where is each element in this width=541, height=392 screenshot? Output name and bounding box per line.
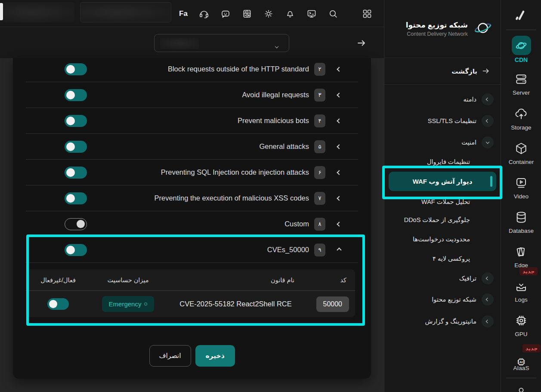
chevron-left-icon	[482, 315, 494, 327]
redacted-domain-selector[interactable]	[80, 2, 171, 22]
rule-row-cves-50000: ۹ CVEs_50000	[26, 237, 358, 263]
rule-number-badge: ۹	[314, 244, 325, 256]
rail-label-cdn[interactable]: CDN	[501, 56, 541, 63]
brightness-icon[interactable]	[263, 9, 274, 19]
sidebar-item-security[interactable]: امنیت	[384, 133, 501, 152]
cve-table-row: 50000 CVE-2025-55182 React2Shell RCE Eme…	[26, 291, 355, 317]
redacted-workspace-selector[interactable]	[3, 2, 74, 22]
package-select-dropdown[interactable]	[154, 34, 289, 52]
terminal-monitor-icon[interactable]	[306, 9, 317, 19]
new-badge: جدید	[522, 344, 541, 352]
rail-divider	[506, 30, 536, 30]
rule-toggle[interactable]	[65, 192, 87, 204]
expand-chevron-icon[interactable]	[334, 68, 344, 71]
sidebar-item-firewall-settings[interactable]: تنظیمات فایروال	[384, 153, 501, 170]
save-button[interactable]: ذخیره	[195, 345, 235, 367]
rail-divider	[506, 378, 536, 378]
sidebar-subtitle: Content Delivery Network	[406, 31, 468, 37]
sidebar-item-waf-analysis[interactable]: تحلیل حملات WAF	[384, 193, 501, 210]
cdn-globe-logo-icon	[473, 18, 493, 40]
sidebar-item-ddos[interactable]: جلوگیری از حملات DDoS	[384, 211, 501, 228]
language-toggle[interactable]: Fa	[179, 9, 188, 18]
expand-chevron-icon[interactable]	[334, 119, 344, 123]
collapse-chevron-icon[interactable]	[334, 248, 344, 252]
rail-label-gpu[interactable]: GPU	[501, 331, 541, 337]
top-bar: Fa	[0, 0, 384, 27]
storage-cloud-icon[interactable]	[501, 107, 541, 121]
rail-label-storage[interactable]: Storage	[501, 124, 541, 131]
clipped-profile-icon[interactable]	[501, 386, 541, 392]
sidebar-item-monitoring[interactable]: مانیتورینگ و گزارش	[384, 312, 501, 331]
sidebar-item-rate-limit[interactable]: محدودیت درخواست‌ها	[384, 231, 501, 248]
rail-label-video[interactable]: Video	[501, 193, 541, 200]
rule-toggle[interactable]	[65, 244, 87, 256]
rule-toggle[interactable]	[65, 89, 87, 101]
modal-backdrop: ۲ Block requests outside of the HTTP sta…	[0, 58, 384, 392]
notifications-bell-icon[interactable]	[285, 9, 295, 19]
rail-item-cdn[interactable]	[501, 36, 541, 55]
rule-toggle[interactable]	[65, 63, 87, 75]
container-cube-icon[interactable]	[501, 142, 541, 155]
apps-grid-icon[interactable]	[362, 9, 372, 19]
svg-text:AI: AI	[519, 360, 523, 364]
expand-chevron-icon[interactable]	[334, 145, 344, 148]
logs-tray-icon[interactable]	[501, 280, 541, 293]
sidebar-item-ssl-tls[interactable]: تنظیمات SSL/TLS	[384, 111, 501, 130]
support-headset-icon[interactable]	[199, 9, 209, 19]
sidebar-item-cdn-network[interactable]: شبکه توزیع محتوا	[384, 290, 501, 309]
clipped-logo-fragment	[0, 3, 3, 20]
rule-toggle[interactable]	[65, 115, 87, 127]
cancel-button[interactable]: انصراف	[149, 345, 191, 367]
rule-toggle[interactable]	[65, 141, 87, 153]
chatbot-icon[interactable]	[220, 9, 231, 19]
sidebar-back-item[interactable]: بازگشت	[384, 58, 501, 85]
rule-label: Avoid illegal requests	[87, 91, 309, 99]
column-header-sensitivity: میزان حساسیت	[90, 277, 166, 284]
rail-label-aiaas[interactable]: AIaaS	[501, 365, 541, 371]
rule-label: General attacks	[87, 142, 309, 151]
expand-chevron-icon[interactable]	[334, 93, 344, 97]
arvan-logo-icon[interactable]	[501, 7, 541, 24]
sidebar-item-layer4-proxy[interactable]: پروکسی لایه ۴	[384, 250, 501, 267]
column-header-rule-name: نام قانون	[166, 277, 306, 284]
rail-label-server[interactable]: Server	[501, 90, 541, 96]
calculator-icon[interactable]	[242, 9, 252, 19]
chevron-left-icon	[482, 93, 494, 105]
product-rail: CDN Server Storage Container Video Datab…	[501, 0, 541, 392]
edge-layers-icon[interactable]	[501, 245, 541, 259]
expand-chevron-icon[interactable]	[334, 222, 344, 226]
rule-number-badge: ۸	[314, 218, 325, 231]
cve-rule-toggle[interactable]	[47, 298, 69, 310]
rule-row-xss: ۷ Preventing the execution of malicious …	[26, 185, 358, 211]
rail-label-logs[interactable]: Logs	[501, 296, 541, 303]
cve-table-header: کد نام قانون میزان حساسیت فعال/غیرفعال	[26, 269, 355, 291]
new-badge: جدید	[519, 267, 538, 275]
rule-label: Custom	[87, 220, 309, 228]
search-icon[interactable]	[328, 9, 338, 19]
database-icon[interactable]	[501, 210, 541, 224]
rule-toggle[interactable]	[65, 218, 87, 230]
rule-number-badge: ۷	[314, 192, 325, 205]
sidebar-item-domain[interactable]: دامنه	[384, 90, 501, 109]
app-window: Fa قوانین بسته ۲ Block requests out	[0, 0, 541, 392]
expand-chevron-icon[interactable]	[334, 171, 344, 174]
rule-label: Block requests outside of the HTTP stand…	[87, 65, 309, 73]
gpu-chip-icon[interactable]	[501, 314, 541, 327]
server-icon[interactable]	[501, 72, 541, 86]
sidebar-item-traffic[interactable]: ترافیک	[384, 269, 501, 288]
rule-row-custom: ۸ Custom	[26, 211, 358, 237]
column-header-code: کد	[306, 277, 355, 284]
expand-chevron-icon[interactable]	[334, 197, 344, 200]
cve-expanded-panel: کد نام قانون میزان حساسیت فعال/غیرفعال 5…	[13, 263, 371, 326]
rule-toggle[interactable]	[65, 167, 87, 179]
modal-actions: ذخیره انصراف	[13, 345, 371, 367]
sidebar-item-waf-active[interactable]: دیوار آتش وب WAF	[389, 172, 496, 191]
video-player-icon[interactable]	[501, 176, 541, 190]
rule-number-badge: ۶	[314, 166, 325, 179]
rule-label: Prevent malicious bots	[87, 117, 309, 125]
rule-label: CVEs_50000	[87, 246, 309, 254]
rail-label-database[interactable]: Database	[501, 228, 541, 234]
rail-label-container[interactable]: Container	[501, 159, 541, 165]
cve-rule-name: CVE-2025-55182 React2Shell RCE	[166, 300, 306, 308]
back-arrow-icon[interactable]	[356, 38, 367, 50]
